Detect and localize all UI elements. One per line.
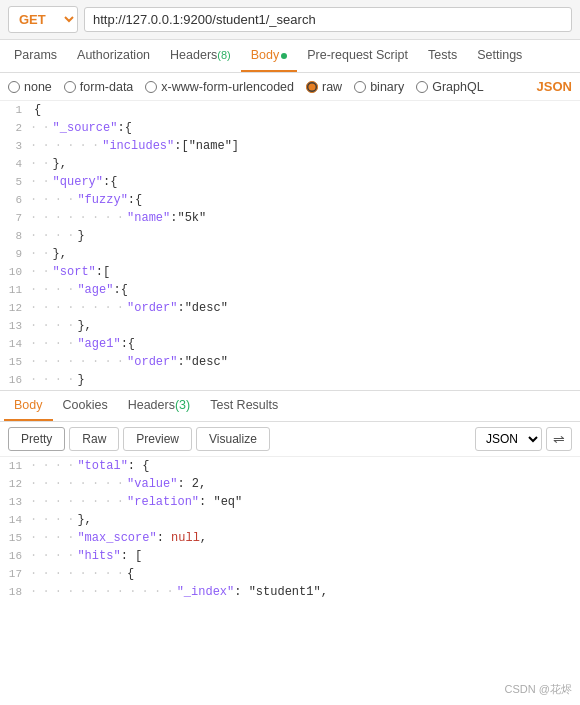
resp-code-line: 11· · · · "total": { (0, 457, 580, 475)
resp-line-dots: · · · · (30, 457, 77, 475)
line-number: 10 (0, 263, 30, 281)
line-dots: · · · · · · (30, 137, 102, 155)
resp-line-dots: · · · · (30, 529, 77, 547)
view-raw[interactable]: Raw (69, 427, 119, 451)
line-content: }, (77, 317, 91, 335)
filter-icon[interactable]: ⇌ (546, 427, 572, 451)
view-visualize[interactable]: Visualize (196, 427, 270, 451)
option-form-data[interactable]: form-data (64, 80, 134, 94)
view-preview[interactable]: Preview (123, 427, 192, 451)
line-dots: · · · · · · · · (30, 353, 127, 371)
resp-line-number: 18 (0, 583, 30, 601)
tab-settings[interactable]: Settings (467, 40, 532, 72)
code-line: 8· · · · } (0, 227, 580, 245)
code-line: 14· · · · "age1":{ (0, 335, 580, 353)
line-content: "order":"desc" (127, 353, 228, 371)
code-line: 10· · "sort":[ (0, 263, 580, 281)
body-options: none form-data x-www-form-urlencoded raw… (0, 73, 580, 101)
code-line: 9· · }, (0, 245, 580, 263)
response-tab-nav: Body Cookies Headers(3) Test Results (0, 391, 580, 422)
line-number: 15 (0, 353, 30, 371)
radio-raw[interactable] (306, 81, 318, 93)
line-number: 13 (0, 317, 30, 335)
line-content: "name":"5k" (127, 209, 206, 227)
radio-form-data[interactable] (64, 81, 76, 93)
resp-tab-cookies[interactable]: Cookies (53, 391, 118, 421)
line-number: 11 (0, 281, 30, 299)
resp-line-content: "_index": "student1", (177, 583, 328, 601)
line-dots: · · (30, 263, 53, 281)
line-content: }, (53, 245, 67, 263)
radio-none[interactable] (8, 81, 20, 93)
resp-code-line: 12· · · · · · · · "value": 2, (0, 475, 580, 493)
line-content: { (34, 101, 41, 119)
radio-graphql[interactable] (416, 81, 428, 93)
code-editor[interactable]: 1{2· · "_source":{3· · · · · · "includes… (0, 101, 580, 391)
resp-code-line: 17· · · · · · · · { (0, 565, 580, 583)
line-dots: · · · · (30, 371, 77, 389)
line-number: 1 (0, 101, 30, 119)
option-binary[interactable]: binary (354, 80, 404, 94)
resp-line-number: 17 (0, 565, 30, 583)
resp-line-dots: · · · · (30, 547, 77, 565)
tab-params[interactable]: Params (4, 40, 67, 72)
format-select[interactable]: JSON (475, 427, 542, 451)
line-number: 5 (0, 173, 30, 191)
resp-line-dots: · · · · (30, 511, 77, 529)
resp-line-content: "max_score": null, (77, 529, 207, 547)
line-content: "sort":[ (53, 263, 111, 281)
resp-line-number: 13 (0, 493, 30, 511)
line-content: "includes":["name"] (102, 137, 239, 155)
line-number: 3 (0, 137, 30, 155)
resp-line-content: "relation": "eq" (127, 493, 242, 511)
option-none[interactable]: none (8, 80, 52, 94)
resp-line-number: 11 (0, 457, 30, 475)
option-x-www-form-urlencoded[interactable]: x-www-form-urlencoded (145, 80, 294, 94)
request-tab-nav: Params Authorization Headers(8) Body Pre… (0, 40, 580, 73)
method-select[interactable]: GET (8, 6, 78, 33)
option-raw[interactable]: raw (306, 80, 342, 94)
code-line: 15· · · · · · · · "order":"desc" (0, 353, 580, 371)
line-number: 7 (0, 209, 30, 227)
line-dots: · · (30, 155, 53, 173)
view-pretty[interactable]: Pretty (8, 427, 65, 451)
resp-code-line: 13· · · · · · · · "relation": "eq" (0, 493, 580, 511)
tab-authorization[interactable]: Authorization (67, 40, 160, 72)
line-number: 14 (0, 335, 30, 353)
code-line: 11· · · · "age":{ (0, 281, 580, 299)
code-line: 5· · "query":{ (0, 173, 580, 191)
line-number: 8 (0, 227, 30, 245)
line-content: "query":{ (53, 173, 118, 191)
resp-code-line: 18· · · · · · · · · · · · "_index": "stu… (0, 583, 580, 601)
resp-line-dots: · · · · · · · · (30, 493, 127, 511)
json-format-label[interactable]: JSON (537, 79, 572, 94)
tab-tests[interactable]: Tests (418, 40, 467, 72)
code-line: 12· · · · · · · · "order":"desc" (0, 299, 580, 317)
code-line: 1{ (0, 101, 580, 119)
tab-pre-request-script[interactable]: Pre-request Script (297, 40, 418, 72)
line-number: 6 (0, 191, 30, 209)
option-graphql[interactable]: GraphQL (416, 80, 483, 94)
watermark: CSDN @花烬 (505, 682, 572, 697)
radio-urlencoded[interactable] (145, 81, 157, 93)
resp-tab-headers[interactable]: Headers(3) (118, 391, 201, 421)
radio-binary[interactable] (354, 81, 366, 93)
tab-headers[interactable]: Headers(8) (160, 40, 241, 72)
resp-tab-body[interactable]: Body (4, 391, 53, 421)
line-content: "fuzzy":{ (77, 191, 142, 209)
line-content: } (77, 371, 84, 389)
response-code[interactable]: 11· · · · "total": {12· · · · · · · · "v… (0, 457, 580, 627)
resp-line-number: 16 (0, 547, 30, 565)
format-select-group: JSON ⇌ (475, 427, 572, 451)
resp-line-number: 14 (0, 511, 30, 529)
tab-body[interactable]: Body (241, 40, 298, 72)
resp-line-content: }, (77, 511, 91, 529)
line-content: }, (53, 155, 67, 173)
line-dots: · · · · (30, 227, 77, 245)
resp-tab-test-results[interactable]: Test Results (200, 391, 288, 421)
line-dots: · · · · (30, 191, 77, 209)
line-dots: · · · · (30, 281, 77, 299)
url-input[interactable] (84, 7, 572, 32)
url-bar: GET (0, 0, 580, 40)
resp-line-content: "hits": [ (77, 547, 142, 565)
